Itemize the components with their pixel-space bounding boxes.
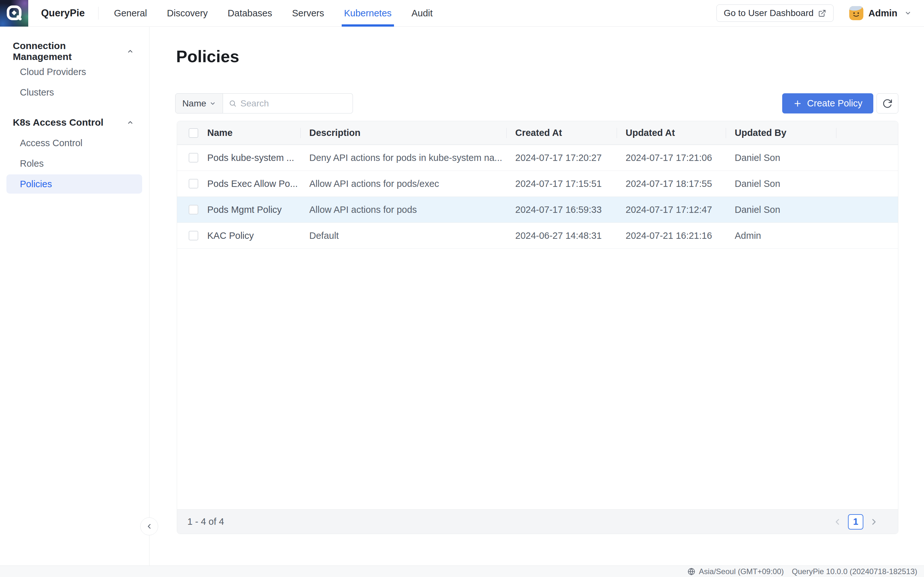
table-row[interactable]: Pods Exec Allow Po... Allow API actions … xyxy=(177,171,898,197)
topbar-divider xyxy=(98,7,99,19)
tab-general[interactable]: General xyxy=(114,0,147,26)
pager: 1 xyxy=(833,514,879,530)
tab-discovery[interactable]: Discovery xyxy=(167,0,208,26)
top-bar: QueryPie General Discovery Databases Ser… xyxy=(0,0,924,27)
section-title: Connection Management xyxy=(13,40,127,62)
policy-name: Pods Mgmt Policy xyxy=(198,205,300,215)
section-title: K8s Access Control xyxy=(13,117,103,128)
chevron-down-icon xyxy=(210,100,216,107)
timezone-group[interactable]: Asia/Seoul (GMT+09:00) xyxy=(687,567,784,576)
policy-updated-at: 2024-07-21 16:21:16 xyxy=(617,230,726,241)
column-header-updated-by[interactable]: Updated By xyxy=(726,121,836,145)
column-header-created-at[interactable]: Created At xyxy=(506,121,617,145)
policy-updated-by: Daniel Son xyxy=(726,205,836,215)
chevron-left-icon xyxy=(145,522,153,530)
main-content: Policies Name Create Policy xyxy=(150,27,924,566)
sidebar-item-access-control[interactable]: Access Control xyxy=(0,133,149,153)
user-name[interactable]: Admin xyxy=(869,8,897,19)
policy-name: Pods Exec Allow Po... xyxy=(198,179,300,189)
go-to-user-dashboard-button[interactable]: Go to User Dashboard xyxy=(716,5,834,22)
column-header-actions xyxy=(836,121,898,145)
policy-description: Deny API actions for pods in kube-system… xyxy=(300,153,506,163)
sidebar-item-roles[interactable]: Roles xyxy=(0,153,149,174)
policy-description: Allow API actions for pods/exec xyxy=(300,179,506,189)
page-title: Policies xyxy=(176,47,239,66)
sidebar-item-cloud-providers[interactable]: Cloud Providers xyxy=(0,61,149,82)
policy-updated-at: 2024-07-17 18:17:55 xyxy=(617,179,726,189)
tab-audit[interactable]: Audit xyxy=(412,0,433,26)
table-row[interactable]: Pods kube-system ... Deny API actions fo… xyxy=(177,145,898,171)
policies-table: Name Description Created At Updated At U… xyxy=(177,121,898,534)
policy-name: Pods kube-system ... xyxy=(198,153,300,163)
policy-updated-by: Daniel Son xyxy=(726,179,836,189)
policy-description: Default xyxy=(300,230,506,241)
querypie-logo-icon xyxy=(6,5,23,21)
create-policy-button[interactable]: Create Policy xyxy=(782,93,873,113)
sidebar: Connection Management Cloud Providers Cl… xyxy=(0,27,150,566)
pagination-prev-button[interactable] xyxy=(833,517,842,527)
policy-created-at: 2024-06-27 14:48:31 xyxy=(506,230,617,241)
chevron-right-icon xyxy=(869,517,879,527)
chevron-up-icon xyxy=(127,119,134,126)
filter-field-label: Name xyxy=(182,98,206,109)
top-nav: General Discovery Databases Servers Kube… xyxy=(114,0,433,26)
row-checkbox[interactable] xyxy=(189,231,198,240)
topbar-right: Go to User Dashboard Admin xyxy=(716,5,924,22)
policy-updated-at: 2024-07-17 17:12:47 xyxy=(617,205,726,215)
search-input[interactable] xyxy=(240,98,347,109)
column-header-updated-at[interactable]: Updated At xyxy=(617,121,726,145)
pagination-page-1[interactable]: 1 xyxy=(848,514,863,530)
search-icon xyxy=(229,99,236,108)
status-bar: Asia/Seoul (GMT+09:00) QueryPie 10.0.0 (… xyxy=(0,566,924,577)
filter-field-select[interactable]: Name xyxy=(175,93,223,113)
table-row[interactable]: KAC Policy Default 2024-06-27 14:48:31 2… xyxy=(177,223,898,249)
chevron-down-icon[interactable] xyxy=(905,10,911,17)
sidebar-collapse-button[interactable] xyxy=(140,517,158,535)
tab-servers[interactable]: Servers xyxy=(292,0,324,26)
tab-databases[interactable]: Databases xyxy=(228,0,272,26)
policy-created-at: 2024-07-17 17:15:51 xyxy=(506,179,617,189)
row-checkbox[interactable] xyxy=(189,205,198,214)
table-footer: 1 - 4 of 4 1 xyxy=(177,509,898,534)
tab-kubernetes[interactable]: Kubernetes xyxy=(344,0,391,26)
search-box xyxy=(223,93,353,113)
column-header-description[interactable]: Description xyxy=(300,121,506,145)
dashboard-button-label: Go to User Dashboard xyxy=(724,8,814,18)
create-policy-label: Create Policy xyxy=(807,98,863,109)
sidebar-item-clusters[interactable]: Clusters xyxy=(0,82,149,103)
pagination-next-button[interactable] xyxy=(869,517,879,527)
pagination-range: 1 - 4 of 4 xyxy=(187,516,224,527)
policy-updated-by: Admin xyxy=(726,230,836,241)
policy-created-at: 2024-07-17 16:59:33 xyxy=(506,205,617,215)
sidebar-section-connection-management[interactable]: Connection Management xyxy=(0,41,149,61)
policy-created-at: 2024-07-17 17:20:27 xyxy=(506,153,617,163)
refresh-button[interactable] xyxy=(877,93,898,113)
table-row-highlighted[interactable]: Pods Mgmt Policy Allow API actions for p… xyxy=(177,197,898,223)
policy-updated-at: 2024-07-17 17:21:06 xyxy=(617,153,726,163)
filter-bar: Name xyxy=(175,93,353,113)
row-checkbox[interactable] xyxy=(189,153,198,163)
sidebar-gap xyxy=(0,103,149,112)
brand-name: QueryPie xyxy=(41,7,85,19)
table-empty-area xyxy=(177,249,898,509)
plus-icon xyxy=(793,99,802,108)
sidebar-item-policies[interactable]: Policies xyxy=(6,174,142,193)
chevron-left-icon xyxy=(833,517,842,527)
avatar[interactable] xyxy=(849,6,863,20)
chevron-up-icon xyxy=(127,48,134,55)
globe-icon xyxy=(687,567,696,576)
timezone-text: Asia/Seoul (GMT+09:00) xyxy=(699,567,784,576)
policy-description: Allow API actions for pods xyxy=(300,205,506,215)
action-area: Create Policy xyxy=(782,93,898,113)
version-text: QueryPie 10.0.0 (20240718-182513) xyxy=(792,567,917,576)
row-checkbox[interactable] xyxy=(189,179,198,189)
querypie-logo[interactable] xyxy=(0,0,28,27)
policy-updated-by: Daniel Son xyxy=(726,153,836,163)
refresh-icon xyxy=(882,98,893,109)
avatar-emoji-icon xyxy=(849,6,863,20)
select-all-checkbox[interactable] xyxy=(189,128,198,138)
policy-name: KAC Policy xyxy=(198,230,300,241)
sidebar-section-k8s-access-control[interactable]: K8s Access Control xyxy=(0,112,149,133)
table-header-row: Name Description Created At Updated At U… xyxy=(177,121,898,145)
column-header-name[interactable]: Name xyxy=(198,121,300,145)
